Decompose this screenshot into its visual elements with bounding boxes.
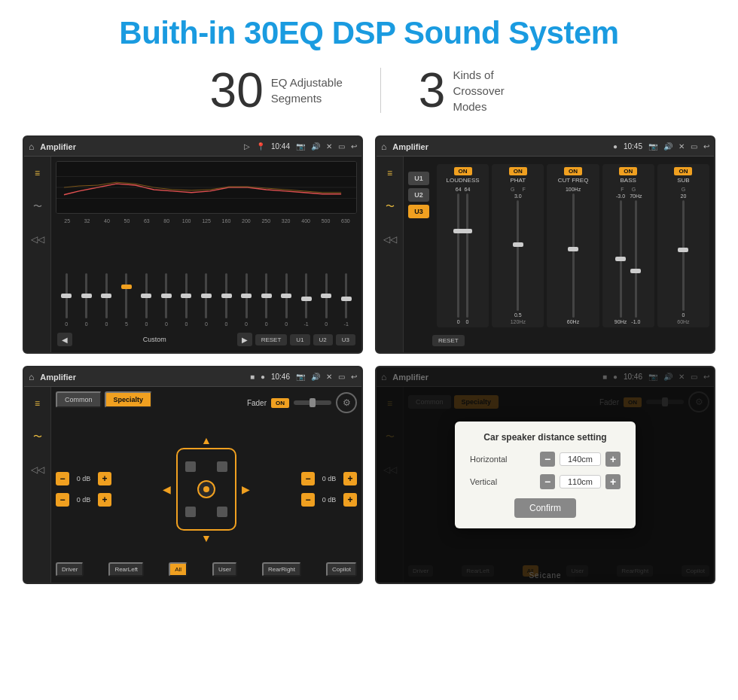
- u3-preset-btn[interactable]: U3: [408, 205, 429, 218]
- arrow-right[interactable]: ▶: [242, 483, 250, 495]
- vertical-minus[interactable]: −: [540, 474, 555, 489]
- arrow-left[interactable]: ◀: [163, 483, 171, 495]
- loudness-on[interactable]: ON: [454, 167, 472, 175]
- cutfreq-module: ON CUT FREQ 100Hz 60Hz: [547, 164, 599, 327]
- copilot-btn3[interactable]: Copilot: [326, 562, 357, 577]
- confirm-button[interactable]: Confirm: [514, 498, 576, 518]
- home-icon2[interactable]: ⌂: [381, 142, 386, 152]
- phat-on[interactable]: ON: [509, 167, 527, 175]
- rearleft-btn3[interactable]: RearLeft: [108, 562, 144, 577]
- seat-bl: [185, 507, 196, 517]
- sub-on[interactable]: ON: [674, 167, 692, 175]
- all-btn3[interactable]: All: [169, 562, 188, 577]
- fader-slider[interactable]: [294, 400, 331, 405]
- back-icon3[interactable]: ↩: [351, 373, 357, 381]
- reset-button[interactable]: RESET: [255, 334, 288, 345]
- pin-icon: 📍: [256, 142, 265, 151]
- eq-slider-12: 0: [277, 269, 296, 330]
- play-icon[interactable]: ▷: [244, 142, 250, 151]
- wave-icon3[interactable]: 〜: [27, 426, 48, 447]
- screen3-tabs: Common Specialty: [56, 391, 152, 408]
- volume-icon[interactable]: 🔊: [311, 142, 320, 151]
- screen3-time: 10:46: [271, 373, 290, 381]
- eq-slider-6: 0: [157, 269, 176, 330]
- eq-icon2[interactable]: ≡: [380, 163, 401, 184]
- db-minus-tl[interactable]: −: [56, 472, 69, 485]
- u1-preset-btn[interactable]: U1: [408, 172, 429, 185]
- eq-prev-btn[interactable]: ◀: [57, 333, 72, 346]
- db-minus-tr[interactable]: −: [301, 472, 315, 485]
- cutfreq-title: CUT FREQ: [558, 177, 589, 184]
- speaker-icon3[interactable]: ◁◁: [27, 459, 48, 480]
- close-icon2[interactable]: ✕: [679, 142, 685, 151]
- wave-icon[interactable]: 〜: [27, 196, 48, 217]
- user-btn3[interactable]: User: [212, 562, 237, 577]
- u2-preset-btn[interactable]: U2: [408, 188, 429, 202]
- arrow-bottom[interactable]: ▼: [201, 532, 212, 544]
- screen2-reset-button[interactable]: RESET: [432, 335, 465, 346]
- car-diagram: ▲: [117, 448, 295, 531]
- crossover-number: 3: [419, 66, 446, 114]
- db-plus-tr[interactable]: +: [343, 472, 357, 485]
- window-icon3[interactable]: ▭: [338, 373, 345, 381]
- eq-slider-8: 0: [197, 269, 216, 330]
- loudness-slider: 64 0: [456, 187, 462, 324]
- db-plus-br[interactable]: +: [343, 493, 357, 507]
- u3-button[interactable]: U3: [336, 334, 355, 345]
- car-settings-icon[interactable]: ⚙: [336, 392, 357, 413]
- db-minus-bl[interactable]: −: [56, 493, 69, 507]
- eq-icon3[interactable]: ≡: [27, 393, 48, 414]
- page-title: Buith-in 30EQ DSP Sound System: [23, 15, 715, 51]
- u2-button[interactable]: U2: [313, 334, 333, 345]
- rearright-btn3[interactable]: RearRight: [262, 562, 301, 577]
- camera-icon[interactable]: 📷: [296, 142, 305, 151]
- back-icon[interactable]: ↩: [351, 142, 357, 151]
- cutfreq-on[interactable]: ON: [564, 167, 582, 175]
- db-plus-bl[interactable]: +: [98, 493, 111, 507]
- common-tab3[interactable]: Common: [56, 391, 102, 408]
- wave-icon2[interactable]: 〜: [380, 196, 401, 217]
- window-icon[interactable]: ▭: [338, 142, 345, 151]
- db-plus-tl[interactable]: +: [98, 472, 111, 485]
- eq-slider-1: 0: [57, 269, 76, 330]
- db-minus-br[interactable]: −: [301, 493, 315, 507]
- volume-icon2[interactable]: 🔊: [663, 142, 672, 151]
- horizontal-minus[interactable]: −: [540, 452, 555, 467]
- screen3-title: Amplifier: [40, 373, 244, 382]
- db-value-br: 0 dB: [318, 496, 340, 504]
- db-control-tr: − 0 dB +: [301, 472, 357, 485]
- eq-next-btn[interactable]: ▶: [237, 333, 252, 346]
- fader-toggle[interactable]: ON: [271, 398, 289, 408]
- car-body: [176, 448, 236, 531]
- speaker-icon[interactable]: ◁◁: [27, 229, 48, 250]
- screen1-header: ⌂ Amplifier ▷ 📍 10:44 📷 🔊 ✕ ▭ ↩: [24, 137, 361, 157]
- home-icon[interactable]: ⌂: [29, 142, 34, 152]
- horizontal-plus[interactable]: +: [605, 452, 621, 467]
- screen2-main: U1 U2 U3 ON LOUDNESS: [404, 157, 714, 352]
- close-icon[interactable]: ✕: [326, 142, 332, 151]
- camera-icon2[interactable]: 📷: [648, 142, 657, 151]
- window-icon2[interactable]: ▭: [691, 142, 697, 151]
- crossover-stat: 3 Kinds of Crossover Modes: [381, 66, 566, 114]
- camera-icon3[interactable]: 📷: [296, 373, 305, 381]
- eq-slider-13: -1: [297, 269, 316, 330]
- driver-btn3[interactable]: Driver: [56, 562, 84, 577]
- screen2-title: Amplifier: [392, 142, 607, 151]
- vertical-control: − 110cm +: [540, 474, 621, 489]
- close-icon3[interactable]: ✕: [326, 373, 332, 381]
- db-value-tl: 0 dB: [72, 475, 95, 482]
- vertical-plus[interactable]: +: [605, 474, 621, 489]
- arrow-top[interactable]: ▲: [201, 434, 212, 446]
- page-container: Buith-in 30EQ DSP Sound System 30 EQ Adj…: [0, 0, 738, 700]
- back-icon2[interactable]: ↩: [703, 142, 709, 151]
- speaker-icon2[interactable]: ◁◁: [380, 229, 401, 250]
- eq-icon[interactable]: ≡: [27, 163, 48, 184]
- screen2-header: ⌂ Amplifier ● 10:45 📷 🔊 ✕ ▭ ↩: [377, 137, 714, 157]
- home-icon3[interactable]: ⌂: [29, 372, 34, 382]
- eq-graph: [56, 161, 357, 214]
- u1-button[interactable]: U1: [290, 334, 310, 345]
- specialty-tab3[interactable]: Specialty: [105, 391, 153, 408]
- bass-on[interactable]: ON: [619, 167, 637, 175]
- eq-stat: 30 EQ Adjustable Segments: [172, 66, 380, 114]
- volume-icon3[interactable]: 🔊: [311, 373, 320, 381]
